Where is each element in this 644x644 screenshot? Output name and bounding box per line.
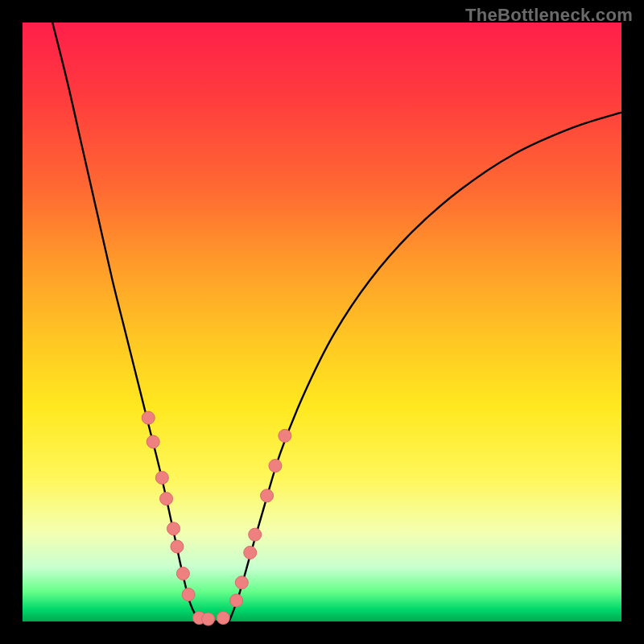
chart-overlay xyxy=(0,0,644,644)
marker-dot xyxy=(155,471,168,484)
marker-dot xyxy=(261,489,274,502)
marker-dot xyxy=(147,436,159,448)
marker-dot xyxy=(202,613,215,625)
marker-dot xyxy=(269,460,282,473)
marker-dot xyxy=(176,567,189,580)
marker-dot xyxy=(244,546,257,559)
marker-dot xyxy=(217,612,229,625)
marker-dot xyxy=(279,429,291,442)
marker-dots-group xyxy=(142,411,291,625)
marker-dot xyxy=(167,522,180,535)
marker-dot xyxy=(182,588,195,601)
marker-dot xyxy=(230,594,243,607)
marker-dot xyxy=(142,411,155,424)
marker-dot xyxy=(171,540,184,553)
curve-right xyxy=(229,113,621,621)
marker-dot xyxy=(249,528,262,541)
marker-dot xyxy=(235,576,248,589)
marker-dot xyxy=(160,492,173,505)
